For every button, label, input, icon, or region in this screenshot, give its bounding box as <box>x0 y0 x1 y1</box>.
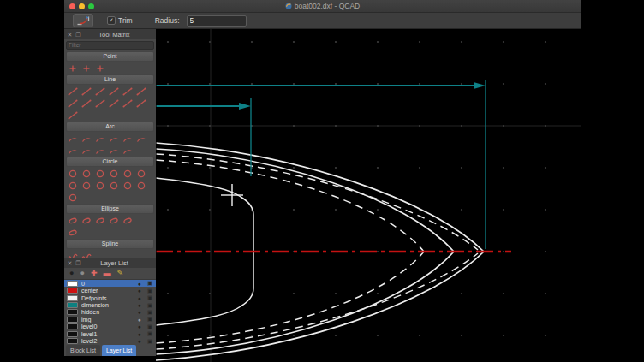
line-tool-icon[interactable] <box>80 86 93 97</box>
layer-row-level0[interactable]: level0●▣ <box>64 323 156 330</box>
circle-tool-icon[interactable] <box>80 169 93 179</box>
layer-visibility-icon[interactable]: ● <box>136 309 143 315</box>
line-tool-icon[interactable] <box>66 86 80 97</box>
zoom-window-icon[interactable] <box>88 3 94 9</box>
line-tool-icon[interactable] <box>66 110 80 121</box>
layer-lock-icon[interactable]: ▣ <box>146 330 153 337</box>
circle-tool-icon[interactable] <box>66 169 80 179</box>
radius-input[interactable] <box>187 15 247 27</box>
ellipse-tool-icon[interactable] <box>66 228 80 238</box>
layer-row-hidden[interactable]: hidden●▣ <box>64 309 156 316</box>
hull-hidden-line-top-1[interactable] <box>156 154 478 250</box>
section-header-circle[interactable]: Circle <box>66 157 154 167</box>
layer-color-swatch[interactable] <box>67 288 78 294</box>
hull-sheer-line-top[interactable] <box>156 143 484 252</box>
ellipse-tool-icon[interactable] <box>80 216 93 226</box>
arc-tool-icon[interactable] <box>107 134 121 144</box>
layer-lock-icon[interactable]: ▣ <box>146 338 153 345</box>
float-panel-icon[interactable]: ❐ <box>75 260 81 266</box>
layer-lock-icon[interactable]: ▣ <box>146 302 153 309</box>
layer-color-swatch[interactable] <box>67 309 78 315</box>
trim-checkbox[interactable]: ✓ Trim <box>107 16 133 25</box>
minimize-window-icon[interactable] <box>79 3 85 9</box>
arc-tool-icon[interactable] <box>66 145 80 156</box>
layer-row-level2[interactable]: level2●▣ <box>64 338 156 345</box>
layer-visibility-icon[interactable]: ● <box>136 317 143 323</box>
layer-visibility-icon[interactable]: ● <box>136 331 143 337</box>
line-tool-icon[interactable] <box>121 98 134 109</box>
trim-checkbox-box[interactable]: ✓ <box>107 16 116 25</box>
layer-lock-icon[interactable]: ▣ <box>146 316 153 323</box>
layer-lock-icon[interactable]: ▣ <box>146 309 153 316</box>
layer-visibility-icon[interactable]: ● <box>136 338 143 344</box>
layer-visibility-icon[interactable]: ● <box>136 295 143 301</box>
layer-row-0[interactable]: 0●▣ <box>64 280 156 287</box>
layer-visibility-icon[interactable]: ● <box>136 323 143 329</box>
arc-tool-icon[interactable] <box>93 134 107 144</box>
spline-tool-icon[interactable] <box>80 251 93 258</box>
tool-filter-input[interactable] <box>66 41 154 50</box>
close-panel-icon[interactable]: ✕ <box>67 32 73 38</box>
circle-tool-icon[interactable] <box>121 169 134 179</box>
close-panel-icon[interactable]: ✕ <box>67 260 73 266</box>
point-tool-icon[interactable] <box>66 63 80 74</box>
edit-layer-icon[interactable]: ✎ <box>116 268 123 279</box>
layer-row-img[interactable]: img●▣ <box>64 316 156 323</box>
line-tool-icon[interactable] <box>93 98 107 109</box>
section-header-line[interactable]: Line <box>66 74 154 85</box>
circle-tool-icon[interactable] <box>107 181 121 191</box>
arc-tool-icon[interactable] <box>93 145 107 156</box>
layer-lock-icon[interactable]: ▣ <box>146 280 153 287</box>
ellipse-tool-icon[interactable] <box>107 216 121 226</box>
drawing-area[interactable]: ✕ ❐ Tool Matrix PointLineArcCircleEllips… <box>64 29 581 362</box>
circle-tool-icon[interactable] <box>93 169 107 179</box>
ellipse-tool-icon[interactable] <box>121 216 134 226</box>
layer-row-center[interactable]: center●▣ <box>64 287 156 294</box>
layer-color-swatch[interactable] <box>67 338 78 344</box>
line-tool-icon[interactable] <box>66 98 80 109</box>
layer-color-swatch[interactable] <box>67 331 78 337</box>
ellipse-tool-icon[interactable] <box>66 216 80 226</box>
ellipse-tool-icon[interactable] <box>93 216 107 226</box>
point-tool-icon[interactable] <box>93 63 107 74</box>
arc-tool-icon[interactable] <box>121 145 134 156</box>
section-header-point[interactable]: Point <box>66 51 154 62</box>
circle-tool-icon[interactable] <box>134 169 148 179</box>
arc-tool-icon[interactable] <box>121 134 134 144</box>
layer-color-swatch[interactable] <box>67 295 78 301</box>
line-tool-icon[interactable] <box>107 98 121 109</box>
circle-tool-icon[interactable] <box>66 181 80 191</box>
layer-visibility-icon[interactable]: ● <box>136 288 143 294</box>
layer-color-swatch[interactable] <box>67 323 78 329</box>
float-panel-icon[interactable]: ❐ <box>75 32 81 38</box>
layer-lock-icon[interactable]: ▣ <box>146 323 153 330</box>
circle-tool-icon[interactable] <box>80 181 93 191</box>
layer-color-swatch[interactable] <box>67 317 78 323</box>
line-tool-icon[interactable] <box>93 86 107 97</box>
circle-tool-icon[interactable] <box>107 169 121 179</box>
arc-tool-icon[interactable] <box>107 145 121 156</box>
arc-tool-icon[interactable] <box>80 145 93 156</box>
line-tool-icon[interactable] <box>134 86 148 97</box>
spline-tool-icon[interactable] <box>66 251 80 258</box>
layer-visibility-icon[interactable]: ● <box>136 302 143 308</box>
tab-block-list[interactable]: Block List <box>66 345 100 356</box>
layer-row-dimension[interactable]: dimension●▣ <box>64 301 156 308</box>
show-all-layers-icon[interactable]: ● <box>69 268 74 279</box>
line-tool-icon[interactable] <box>134 98 148 109</box>
circle-tool-icon[interactable] <box>134 181 148 191</box>
section-header-arc[interactable]: Arc <box>66 122 154 132</box>
fillet-tool-button[interactable] <box>73 14 93 27</box>
hide-all-layers-icon[interactable]: ● <box>80 268 84 279</box>
hull-hidden-line-bottom-1[interactable] <box>156 253 478 349</box>
line-tool-icon[interactable] <box>121 86 134 97</box>
remove-layer-icon[interactable]: ▬ <box>103 268 110 279</box>
section-header-ellipse[interactable]: Ellipse <box>66 204 154 214</box>
layer-color-swatch[interactable] <box>67 302 78 308</box>
hull-sheer-line-bottom[interactable] <box>156 252 484 360</box>
circle-tool-icon[interactable] <box>93 181 107 191</box>
point-tool-icon[interactable] <box>80 63 93 74</box>
section-header-spline[interactable]: Spline <box>66 239 154 249</box>
circle-tool-icon[interactable] <box>121 181 134 191</box>
layer-lock-icon[interactable]: ▣ <box>146 294 153 301</box>
